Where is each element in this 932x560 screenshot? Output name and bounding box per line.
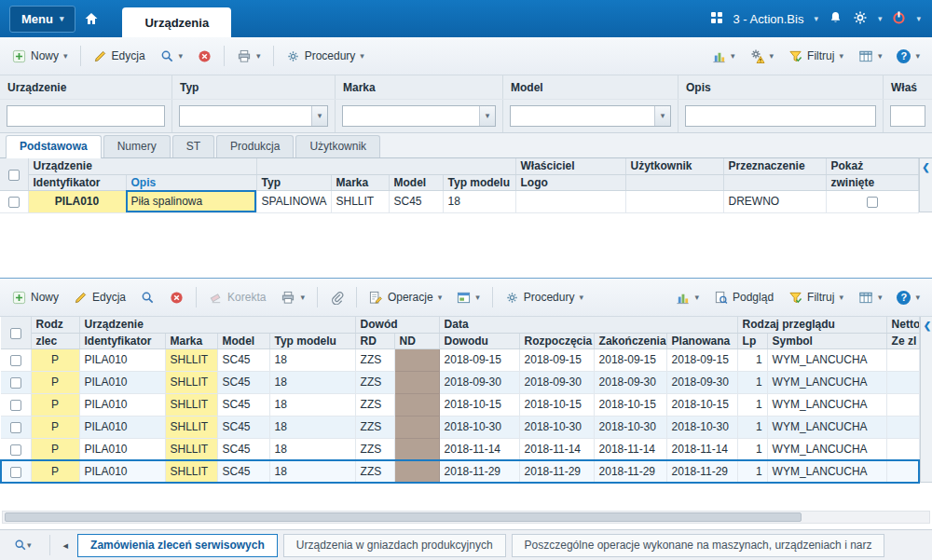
col-header-typ-modelu[interactable]: Typ modelu (269, 333, 355, 348)
cell-nd[interactable] (394, 348, 439, 371)
cell-rd[interactable]: ZZS (355, 460, 394, 483)
cell-marka[interactable]: SHLLIT (165, 348, 217, 371)
cell-lp[interactable]: 1 (737, 460, 767, 483)
cell-marka[interactable]: SHLLIT (165, 438, 217, 460)
row-checkbox[interactable] (10, 444, 21, 456)
group-header-rodz[interactable]: Rodz (31, 317, 79, 333)
print-button[interactable]: ▾ (230, 45, 267, 68)
chart-button[interactable]: ▾ (669, 286, 706, 309)
cell-rozpoczecia[interactable]: 2018-11-14 (519, 438, 594, 460)
table-row[interactable]: P PILA010 SHLLIT SC45 18 ZZS 2018-09-30 … (1, 371, 919, 393)
tab-produkcja[interactable]: Produkcja (216, 135, 294, 157)
col-header-opis[interactable]: Opis (126, 174, 256, 190)
search-button[interactable] (134, 286, 161, 309)
cell-zakonczenia[interactable]: 2018-11-14 (594, 438, 666, 460)
cell-lp[interactable]: 1 (737, 371, 767, 393)
cell-rodz[interactable]: P (31, 371, 79, 393)
chart-button[interactable]: ▾ (706, 45, 742, 68)
cell-symbol[interactable]: WYM_LANCUCHA (767, 371, 886, 393)
tab-uzytkownik[interactable]: Użytkownik (295, 135, 380, 157)
row-checkbox[interactable] (8, 197, 20, 208)
table-row[interactable]: P PILA010 SHLLIT SC45 18 ZZS 2018-10-30 … (1, 416, 919, 438)
tab-podstawowa[interactable]: Podstawowa (6, 135, 102, 158)
tab-numery[interactable]: Numery (103, 135, 171, 157)
cell-rd[interactable]: ZZS (355, 438, 394, 460)
group-header-urzadzenie[interactable]: Urządzenie (28, 158, 256, 174)
cell-lp[interactable]: 1 (737, 416, 767, 438)
cell-identyfikator[interactable]: PILA010 (79, 393, 165, 416)
table-row[interactable]: P PILA010 SHLLIT SC45 18 ZZS 2018-11-14 … (1, 438, 919, 460)
cell-model[interactable]: SC45 (217, 371, 269, 393)
col-header-marka[interactable]: Marka (165, 333, 217, 348)
tab-st[interactable]: ST (172, 135, 214, 157)
cell-rodz[interactable]: P (31, 348, 79, 371)
filter-typ-select[interactable]: ▾ (179, 105, 328, 127)
cell-marka[interactable]: SHLLIT (165, 393, 217, 416)
col-header-nd[interactable]: ND (394, 333, 439, 348)
chevron-left-icon[interactable]: ❮ (922, 162, 929, 172)
chevron-down-icon[interactable]: ▾ (814, 15, 818, 23)
cell-planowana[interactable]: 2018-10-15 (666, 393, 737, 416)
help-button[interactable]: ? ▾ (890, 45, 926, 68)
col-header-zwiniete[interactable]: zwinięte (826, 174, 918, 190)
cell-rodz[interactable]: P (31, 460, 79, 483)
col-header-symbol[interactable]: Symbol (767, 333, 886, 348)
cell-przeznaczenie[interactable]: DREWNO (723, 190, 826, 212)
cell-netto[interactable] (886, 460, 919, 483)
cell-planowana[interactable]: 2018-10-30 (666, 416, 737, 438)
chevron-left-icon[interactable]: ❮ (924, 321, 931, 331)
col-header-rd[interactable]: RD (355, 333, 394, 348)
chevron-down-icon[interactable]: ▾ (916, 15, 921, 23)
cell-lp[interactable]: 1 (737, 393, 767, 416)
cell-symbol[interactable]: WYM_LANCUCHA (767, 348, 886, 371)
cell-model[interactable]: SC45 (389, 190, 443, 212)
operations-button[interactable]: Operacje ▾ (363, 286, 448, 309)
cell-netto[interactable] (886, 371, 919, 393)
cell-nd[interactable] (394, 416, 439, 438)
cell-typ-modelu[interactable]: 18 (269, 393, 355, 416)
cell-typ-modelu[interactable]: 18 (269, 416, 355, 438)
cell-zakonczenia[interactable]: 2018-10-30 (594, 416, 666, 438)
cell-planowana[interactable]: 2018-11-14 (666, 438, 737, 460)
col-header-uzytkownik[interactable]: Użytkownik (625, 158, 723, 174)
cell-nd[interactable] (394, 393, 439, 416)
cell-uzytkownik[interactable] (625, 190, 723, 212)
cell-rozpoczecia[interactable]: 2018-09-30 (519, 371, 594, 393)
new-button[interactable]: Nowy (6, 286, 65, 309)
home-button[interactable] (75, 7, 107, 31)
filter-marka-select[interactable]: ▾ (342, 105, 496, 127)
cell-netto[interactable] (886, 348, 919, 371)
edit-button[interactable]: Edycja (87, 45, 152, 68)
row-checkbox[interactable] (10, 467, 21, 478)
device-row[interactable]: PILA010 Piła spalinowa SPALINOWA SHLLIT … (0, 190, 918, 212)
cell-typ-modelu[interactable]: 18 (443, 190, 515, 212)
bottom-search-button[interactable]: ▾ (6, 534, 40, 556)
cell-nd[interactable] (394, 460, 439, 483)
cell-nd[interactable] (394, 371, 439, 393)
cell-symbol[interactable]: WYM_LANCUCHA (767, 438, 886, 460)
col-header-typ[interactable]: Typ (256, 174, 331, 190)
cell-typ-modelu[interactable]: 18 (269, 348, 355, 371)
cell-identyfikator[interactable]: PILA010 (79, 348, 165, 371)
print-button[interactable]: ▾ (274, 286, 311, 309)
procedures-button[interactable]: Procedury ▾ (280, 45, 371, 68)
col-header-logo[interactable]: Logo (515, 174, 625, 190)
settings-gear-icon[interactable] (853, 10, 868, 28)
zwiniete-checkbox[interactable] (867, 197, 878, 208)
col-header-marka[interactable]: Marka (331, 174, 389, 190)
bottom-tab-operacje[interactable]: Poszczególne operacje wykonane na maszyn… (512, 534, 885, 557)
attachments-button[interactable] (323, 286, 350, 309)
cell-rodz[interactable]: P (31, 416, 79, 438)
cell-netto[interactable] (886, 438, 919, 460)
cell-rodz[interactable]: P (31, 438, 79, 460)
filter-model-select[interactable]: ▾ (510, 105, 671, 127)
help-button[interactable]: ? ▾ (890, 286, 926, 309)
cell-model[interactable]: SC45 (217, 393, 269, 416)
cell-model[interactable]: SC45 (217, 438, 269, 460)
group-header-data[interactable]: Data (439, 317, 737, 333)
cell-marka[interactable]: SHLLIT (165, 371, 217, 393)
col-header-przeznaczenie[interactable]: Przeznaczenie (723, 158, 826, 174)
new-button[interactable]: Nowy ▾ (6, 45, 75, 68)
power-exit-icon[interactable] (892, 10, 906, 27)
bottom-tab-zamowienia[interactable]: Zamówienia zleceń serwisowych (77, 534, 278, 557)
